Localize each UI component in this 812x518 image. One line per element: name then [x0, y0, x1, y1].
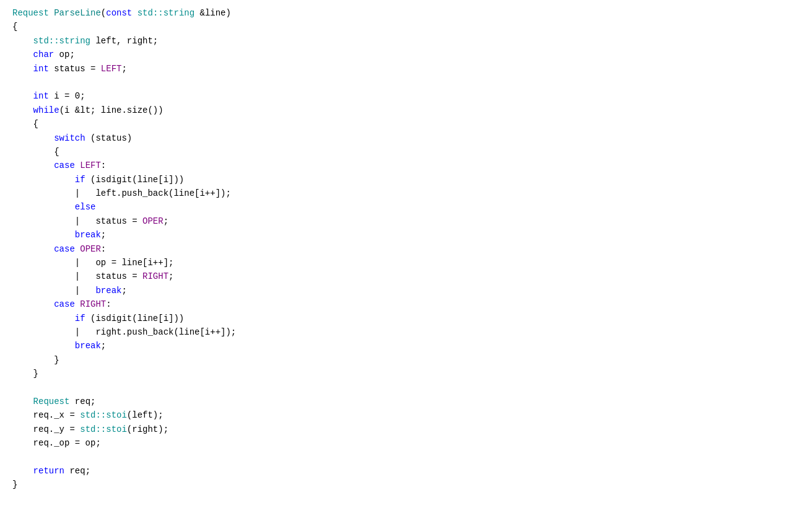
- code-token: | op = line[i++];: [75, 258, 174, 268]
- code-token: else: [75, 202, 96, 212]
- code-token: std::stoi: [80, 410, 127, 420]
- code-token: (: [101, 8, 106, 18]
- code-token: | left.push_back(line[i++]);: [75, 188, 231, 198]
- code-token: int: [33, 91, 49, 101]
- code-token: [12, 64, 33, 74]
- code-token: ;: [101, 230, 106, 240]
- code-token: [12, 341, 75, 351]
- code-token: [12, 202, 75, 212]
- code-token: [12, 258, 75, 268]
- code-token: case: [54, 160, 75, 170]
- code-token: [12, 424, 33, 434]
- code-token: | right.push_back(line[i++]);: [75, 327, 236, 337]
- code-token: break: [75, 341, 101, 351]
- code-token: Request: [33, 397, 70, 406]
- code-token: [12, 147, 54, 157]
- code-token: [75, 160, 80, 170]
- code-token: ;: [164, 216, 168, 226]
- code-token: ;: [121, 286, 126, 296]
- code-token: [75, 299, 80, 309]
- code-token: [12, 175, 75, 185]
- code-token: ;: [121, 64, 126, 74]
- code-token: [12, 355, 54, 365]
- code-token: if: [75, 314, 85, 323]
- code-token: ParseLine: [54, 8, 101, 18]
- code-token: [49, 8, 54, 18]
- code-token: std::string: [138, 8, 194, 18]
- code-token: (status): [85, 133, 133, 143]
- code-token: {: [54, 147, 59, 157]
- code-token: req._op = op;: [33, 438, 101, 448]
- code-token: {: [12, 22, 17, 32]
- code-token: break: [75, 230, 101, 240]
- code-token: [12, 91, 33, 101]
- code-token: case: [54, 244, 75, 254]
- code-token: left, right;: [90, 36, 158, 46]
- code-token: [12, 216, 75, 226]
- code-token: (i &lt; line.size()): [59, 105, 164, 115]
- code-token: LEFT: [80, 160, 101, 170]
- code-token: RIGHT: [142, 271, 168, 281]
- code-token: break: [95, 286, 121, 296]
- code-token: (isdigit(line[i])): [85, 175, 185, 185]
- code-token: [12, 438, 33, 448]
- code-token: const: [106, 8, 132, 18]
- code-token: [12, 286, 75, 296]
- code-token: [12, 230, 75, 240]
- code-token: req;: [69, 397, 95, 406]
- code-token: req._x =: [33, 410, 81, 420]
- code-token: [12, 271, 75, 281]
- code-token: :: [101, 244, 106, 254]
- code-token: int: [33, 64, 49, 74]
- code-token: }: [54, 355, 59, 365]
- code-token: |: [75, 286, 96, 296]
- code-token: [12, 160, 54, 170]
- code-token: status =: [49, 64, 101, 74]
- code-token: {: [33, 119, 38, 129]
- code-token: (isdigit(line[i])): [85, 314, 185, 323]
- code-editor: Request ParseLine(const std::string &lin…: [12, 6, 800, 492]
- code-token: ;: [168, 271, 173, 281]
- code-token: return: [33, 466, 64, 476]
- code-token: &line): [194, 8, 231, 18]
- code-token: [12, 410, 33, 420]
- code-token: [12, 105, 33, 115]
- code-token: char: [33, 50, 55, 59]
- code-token: req;: [64, 466, 90, 476]
- code-token: if: [75, 175, 85, 185]
- code-token: [12, 314, 75, 323]
- code-token: [12, 299, 54, 309]
- code-token: [12, 133, 54, 143]
- code-token: std::string: [33, 36, 90, 46]
- code-token: (right);: [127, 424, 168, 434]
- code-token: while: [33, 105, 59, 115]
- code-token: :: [106, 299, 111, 309]
- code-token: RIGHT: [80, 299, 106, 309]
- code-token: [75, 244, 80, 254]
- code-token: switch: [54, 133, 85, 143]
- code-token: [132, 8, 137, 18]
- code-token: }: [12, 480, 17, 489]
- code-token: LEFT: [101, 64, 122, 74]
- code-token: std::stoi: [80, 424, 127, 434]
- code-token: [12, 36, 33, 46]
- code-token: OPER: [80, 244, 101, 254]
- code-token: OPER: [142, 216, 164, 226]
- code-token: ;: [101, 341, 106, 351]
- code-token: [12, 397, 33, 406]
- code-token: case: [54, 299, 75, 309]
- code-token: | status =: [75, 216, 142, 226]
- code-token: i = 0;: [49, 91, 85, 101]
- code-token: [12, 50, 33, 59]
- code-token: }: [33, 369, 38, 379]
- code-token: req._y =: [33, 424, 81, 434]
- code-token: [12, 119, 33, 129]
- code-token: [12, 466, 33, 476]
- code-token: (left);: [127, 410, 164, 420]
- code-token: | status =: [75, 271, 142, 281]
- code-token: [12, 369, 33, 379]
- code-token: [12, 244, 54, 254]
- code-token: [12, 188, 75, 198]
- code-token: :: [101, 160, 106, 170]
- code-token: op;: [54, 50, 75, 59]
